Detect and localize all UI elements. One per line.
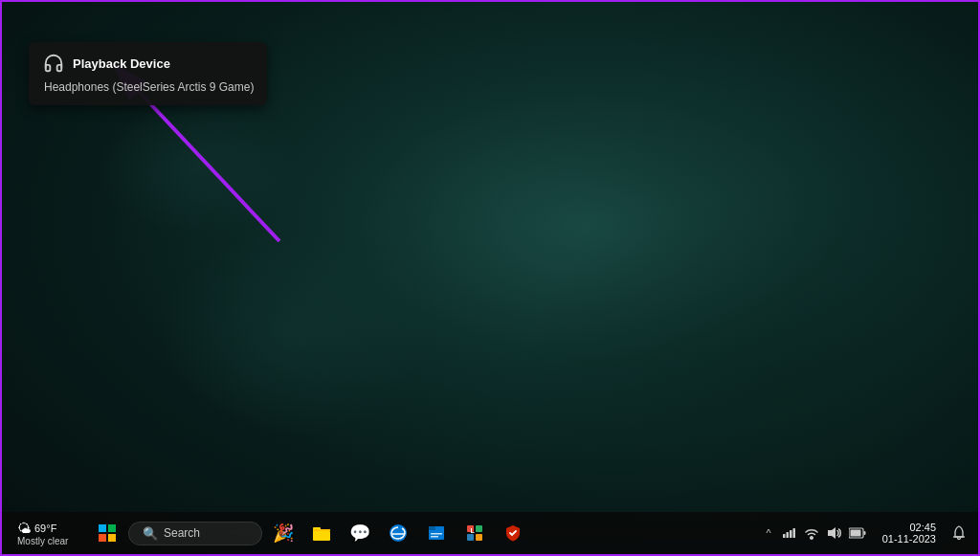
svg-rect-25 (863, 531, 865, 535)
temperature-value: 69°F (34, 523, 56, 534)
svg-text:L: L (471, 527, 476, 534)
svg-rect-13 (431, 536, 438, 538)
svg-rect-17 (467, 534, 474, 541)
desktop: Playback Device Headphones (SteelSeries … (2, 2, 978, 554)
weather-temperature: 🌤 69°F (17, 521, 56, 536)
taskbar-file-explorer[interactable] (304, 516, 339, 550)
tray-battery-icon[interactable] (848, 520, 867, 546)
weather-widget[interactable]: 🌤 69°F Mostly clear (10, 521, 86, 546)
tray-wifi-icon[interactable] (802, 520, 821, 546)
svg-rect-22 (792, 528, 795, 538)
svg-rect-3 (108, 524, 116, 532)
svg-rect-19 (783, 534, 786, 538)
svg-rect-12 (431, 533, 442, 535)
svg-rect-7 (313, 531, 330, 541)
clock[interactable]: 02:45 01-11-2023 (875, 522, 944, 545)
taskbar-app-security[interactable] (496, 516, 530, 550)
svg-line-1 (131, 83, 279, 241)
svg-rect-11 (429, 526, 435, 530)
tray-volume-icon[interactable] (825, 520, 844, 546)
tooltip-subtitle: Headphones (SteelSeries Arctis 9 Game) (42, 80, 254, 94)
svg-rect-4 (99, 534, 106, 542)
tray-network-icon[interactable] (779, 520, 798, 546)
taskbar: 🌤 69°F Mostly clear 🔍 Search 🎉 (2, 512, 978, 554)
taskbar-app-festivities[interactable]: 🎉 (266, 516, 301, 550)
system-tray: ^ (759, 520, 871, 546)
search-bar[interactable]: 🔍 Search (128, 522, 262, 545)
svg-rect-20 (786, 532, 789, 538)
svg-rect-8 (313, 529, 330, 531)
svg-rect-5 (108, 534, 116, 542)
start-button[interactable] (90, 516, 124, 550)
svg-rect-26 (850, 530, 860, 537)
svg-rect-2 (99, 524, 106, 532)
playback-device-tooltip: Playback Device Headphones (SteelSeries … (29, 42, 267, 105)
clock-time: 02:45 (909, 522, 936, 533)
weather-description: Mostly clear (17, 536, 68, 546)
clock-date: 01-11-2023 (882, 533, 936, 545)
tooltip-title: Playback Device (73, 56, 170, 71)
taskbar-app-files[interactable] (419, 516, 454, 550)
svg-rect-16 (476, 525, 482, 532)
svg-rect-18 (476, 534, 482, 541)
taskbar-app-edge[interactable] (381, 516, 415, 550)
search-icon: 🔍 (143, 526, 158, 541)
taskbar-app-chat[interactable]: 💬 (343, 516, 377, 550)
svg-rect-21 (790, 530, 792, 538)
weather-icon: 🌤 (17, 521, 31, 536)
svg-marker-23 (828, 527, 835, 539)
tray-overflow-button[interactable]: ^ (763, 527, 775, 539)
search-label: Search (164, 526, 200, 540)
taskbar-app-launcher[interactable]: L (457, 516, 492, 550)
headphone-icon (42, 52, 65, 75)
notification-button[interactable] (947, 520, 970, 546)
